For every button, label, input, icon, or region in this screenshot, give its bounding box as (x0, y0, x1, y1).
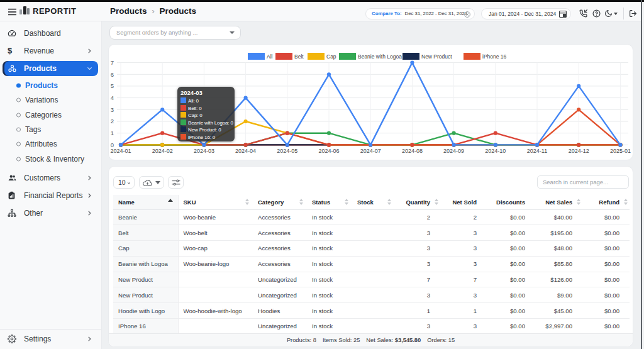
svg-text:2025-01: 2025-01 (610, 148, 631, 154)
svg-text:1: 1 (111, 130, 114, 136)
svg-text:2024-06: 2024-06 (318, 148, 339, 154)
svg-text:2024-11: 2024-11 (527, 148, 547, 154)
svg-text:2024-12: 2024-12 (569, 148, 589, 154)
svg-text:2024-10: 2024-10 (485, 148, 506, 154)
svg-text:2024-07: 2024-07 (360, 148, 381, 154)
svg-text:2024-01: 2024-01 (110, 148, 131, 154)
svg-text:6: 6 (111, 71, 114, 78)
svg-text:4: 4 (111, 94, 114, 101)
svg-text:2024-08: 2024-08 (402, 148, 423, 154)
svg-text:7: 7 (111, 59, 114, 66)
svg-text:2024-04: 2024-04 (235, 148, 256, 154)
svg-text:5: 5 (111, 82, 114, 89)
svg-text:3: 3 (111, 106, 114, 113)
svg-text:2024-03: 2024-03 (194, 148, 214, 154)
svg-text:2024-02: 2024-02 (152, 148, 173, 154)
svg-text:2: 2 (111, 118, 114, 125)
svg-text:2024-09: 2024-09 (443, 148, 464, 154)
svg-text:2024-05: 2024-05 (277, 148, 297, 154)
